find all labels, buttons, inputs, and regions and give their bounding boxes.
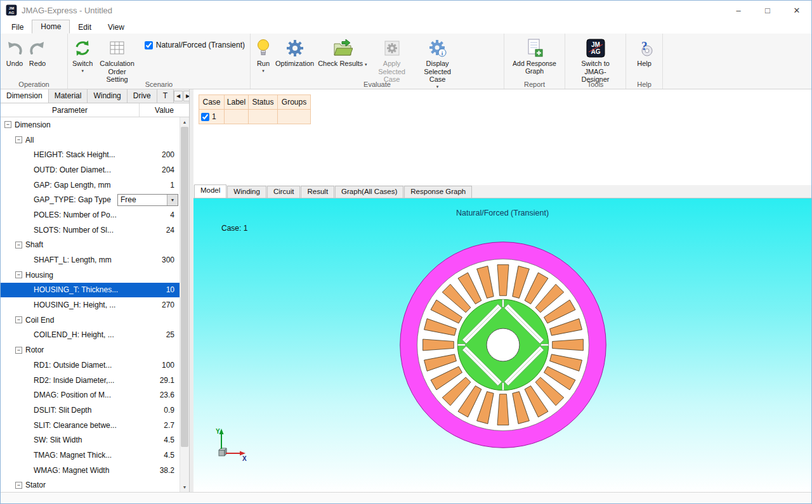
tree-value[interactable]: 25	[140, 330, 180, 339]
tab-scroll-left-icon[interactable]: ◀	[174, 91, 183, 101]
switch-to-jmag-designer-button[interactable]: JMAG Switch to JMAG-Designer	[573, 36, 619, 85]
tree-value[interactable]: 300	[140, 255, 180, 264]
tree-row-rd1[interactable]: RD1: Outside Diamet...100	[1, 358, 180, 373]
view-tab-response-graph[interactable]: Response Graph	[404, 186, 472, 198]
tree-node-stator[interactable]: −Stator	[1, 478, 180, 493]
tree-row-tmag[interactable]: TMAG: Magnet Thick...4.5	[1, 448, 180, 463]
tree-value[interactable]: 38.2	[140, 466, 180, 475]
tree-scrollbar[interactable]: ▲ ▼	[180, 117, 189, 492]
tree-row-coilend-h[interactable]: COILEND_H: Height, ...25	[1, 328, 180, 343]
case-checkbox[interactable]	[201, 113, 209, 121]
switch-button[interactable]: Switch ▾	[70, 36, 95, 74]
tree-row-housing-h[interactable]: HOUSING_H: Height, ...270	[1, 297, 180, 313]
add-response-graph-button[interactable]: Add Response Graph	[507, 36, 562, 76]
tree-value[interactable]: 4.5	[140, 451, 180, 460]
panel-tab-t[interactable]: T	[157, 89, 174, 103]
apply-selected-case-button[interactable]: Apply Selected Case	[369, 36, 415, 85]
optimization-button[interactable]: Optimization	[273, 36, 316, 69]
tree-value[interactable]: 200	[140, 150, 180, 159]
collapse-icon[interactable]: −	[15, 316, 22, 323]
tree-label: HEIGHT: Stack Height...	[34, 150, 115, 159]
tree-value[interactable]: 270	[140, 300, 180, 309]
tree-row-height[interactable]: HEIGHT: Stack Height...200	[1, 147, 180, 162]
run-lightbulb-icon	[255, 37, 272, 60]
scroll-up-icon[interactable]: ▲	[180, 117, 189, 127]
view-tab-graph-all-cases[interactable]: Graph(All Cases)	[335, 186, 403, 198]
tree-node-all[interactable]: −All	[1, 132, 180, 148]
view-tab-circuit[interactable]: Circuit	[267, 186, 301, 198]
tree-value[interactable]: 4	[140, 210, 180, 219]
help-button[interactable]: ? Help	[634, 36, 655, 69]
close-icon[interactable]: ✕	[782, 1, 811, 20]
optimization-gear-icon	[285, 37, 304, 60]
tree-row-dmag[interactable]: DMAG: Position of M...23.6	[1, 387, 180, 403]
gap-type-dropdown[interactable]: Free▼	[117, 194, 178, 206]
tree-row-housing-t[interactable]: HOUSING_T: Thicknes...10	[1, 283, 180, 298]
tree-row-rd2[interactable]: RD2: Inside Diameter,...29.1	[1, 373, 180, 388]
apply-selected-case-icon	[383, 37, 401, 60]
menu-tab-edit[interactable]: Edit	[70, 21, 100, 34]
panel-tab-winding[interactable]: Winding	[88, 89, 127, 103]
natural-forced-checkbox-input[interactable]	[145, 41, 153, 49]
tree-node-shaft[interactable]: −Shaft	[1, 238, 180, 253]
tree-row-gap[interactable]: GAP: Gap Length, mm1	[1, 178, 180, 193]
menu-tab-home[interactable]: Home	[32, 20, 70, 34]
tree-value[interactable]: 1	[140, 181, 180, 190]
tab-scroll-right-icon[interactable]: ▶	[183, 91, 189, 101]
collapse-icon[interactable]: −	[15, 347, 22, 354]
tree-row-gap-type[interactable]: GAP_TYPE: Gap TypeFree▼	[1, 192, 180, 207]
panel-tab-dimension[interactable]: Dimension	[1, 89, 49, 103]
tree-value[interactable]: 0.9	[140, 406, 180, 415]
minimize-icon[interactable]: –	[724, 1, 753, 20]
collapse-icon[interactable]: −	[15, 136, 22, 143]
menu-tab-file[interactable]: File	[3, 21, 32, 34]
calculation-order-setting-button[interactable]: Calculation Order Setting	[95, 36, 139, 85]
tree-row-poles[interactable]: POLES: Number of Po...4	[1, 207, 180, 223]
menu-tab-view[interactable]: View	[100, 21, 133, 34]
tree-value[interactable]: 4.5	[140, 436, 180, 444]
panel-tab-material[interactable]: Material	[49, 89, 88, 103]
tree-value[interactable]: 24	[140, 226, 180, 235]
tree-value[interactable]: 100	[140, 361, 180, 370]
tree-row-wmag[interactable]: WMAG: Magnet Width38.2	[1, 463, 180, 478]
tree-row-outd[interactable]: OUTD: Outer Diamet...204	[1, 162, 180, 178]
chevron-down-icon[interactable]: ▼	[167, 195, 178, 205]
model-viewport[interactable]: Natural/Forced (Transient) Case: 1	[193, 198, 811, 492]
tree-row-dslit[interactable]: DSLIT: Slit Depth0.9	[1, 403, 180, 418]
view-tab-result[interactable]: Result	[301, 186, 334, 198]
tree-value[interactable]: 29.1	[140, 376, 180, 385]
panel-tab-drive[interactable]: Drive	[128, 89, 157, 103]
view-tab-model[interactable]: Model	[194, 184, 226, 198]
redo-button[interactable]: Redo	[26, 36, 49, 69]
natural-forced-checkbox[interactable]: Natural/Forced (Transient)	[145, 41, 245, 49]
tree-value[interactable]: 23.6	[140, 391, 180, 399]
scrollbar-thumb[interactable]	[181, 127, 188, 447]
menu-bar: FileHomeEditView	[1, 20, 811, 34]
tree-row-shaft-l[interactable]: SHAFT_L: Length, mm300	[1, 252, 180, 268]
tree-value[interactable]: 2.7	[140, 421, 180, 430]
undo-button[interactable]: Undo	[3, 36, 26, 69]
check-results-button[interactable]: Check Results▾	[316, 36, 369, 69]
tree-node-coil-end[interactable]: −Coil End	[1, 313, 180, 328]
view-tab-winding[interactable]: Winding	[227, 186, 266, 198]
tree-row-sw[interactable]: SW: Slit Width4.5	[1, 432, 180, 448]
scrollbar-track[interactable]	[180, 127, 189, 482]
tree-value[interactable]: 10	[140, 285, 180, 294]
scroll-down-icon[interactable]: ▼	[180, 482, 189, 492]
tree-row-slots[interactable]: SLOTS: Number of Sl...24	[1, 223, 180, 238]
tree-value[interactable]: 204	[140, 165, 180, 174]
run-button[interactable]: Run ▾	[253, 36, 273, 74]
case-row-select[interactable]: 1	[199, 110, 225, 124]
collapse-icon[interactable]: −	[4, 121, 11, 128]
tree-node-housing[interactable]: −Housing	[1, 268, 180, 283]
tree-node-dimension[interactable]: −Dimension	[1, 117, 180, 132]
collapse-icon[interactable]: −	[15, 242, 22, 249]
collapse-icon[interactable]: −	[15, 482, 22, 489]
ribbon-group-scenario: Switch ▾ Calculation Order Setting Natur…	[68, 34, 251, 89]
tree-node-rotor[interactable]: −Rotor	[1, 342, 180, 358]
tree-row-slit[interactable]: SLIT: Clearance betwe...2.7	[1, 418, 180, 433]
stator-slot	[497, 265, 509, 296]
title-bar[interactable]: JMAG JMAG-Express - Untitled – □ ✕	[1, 1, 811, 20]
collapse-icon[interactable]: −	[15, 271, 22, 278]
maximize-icon[interactable]: □	[753, 1, 782, 20]
